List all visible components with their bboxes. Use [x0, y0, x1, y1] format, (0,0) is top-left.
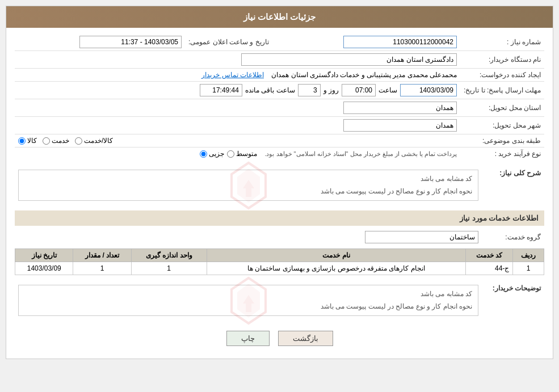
deadline-remaining-label: ساعت باقی مانده [245, 86, 295, 94]
row-province: استان محل تحویل: [15, 99, 544, 117]
col-unit: واحد اندازه گیری [131, 249, 207, 262]
row-city: شهر محل تحویل: [15, 117, 544, 134]
process-label: نوع فرآیند خرید : [460, 147, 544, 161]
services-section-header: اطلاعات خدمات مورد نیاز [15, 210, 544, 226]
service-group-label: گروه خدمت: [482, 229, 544, 246]
need-number-input[interactable] [343, 36, 457, 48]
cell-service-code: ج-44 [466, 262, 513, 275]
deadline-days-label: روز و [323, 86, 339, 94]
buyer-notes-label: توضیحات خریدار: [482, 280, 544, 321]
category-radio-khedmat[interactable] [43, 137, 50, 145]
announce-label: تاریخ و ساعت اعلان عمومی: [185, 33, 272, 51]
deadline-date-input[interactable] [400, 84, 457, 96]
description-table: شرح کلی نیاز: کد مشابه می باشد نحوه انجا… [15, 165, 544, 206]
description-title: شرح کلی نیاز: [499, 169, 541, 177]
page-header: جزئیات اطلاعات نیاز [6, 6, 553, 28]
cell-quantity: 1 [73, 262, 131, 275]
page-title: جزئیات اطلاعات نیاز [243, 12, 316, 22]
deadline-label: مهلت ارسال پاسخ: تا تاریخ: [460, 82, 544, 99]
category-option-khedmat[interactable]: خدمت [43, 137, 69, 145]
process-radio-jozii[interactable] [200, 150, 207, 158]
category-option-kala-khedmat[interactable]: کالا/خدمت [75, 137, 113, 145]
services-table-body: 1 ج-44 انجام کارهای متفرقه درخصوص بازساز… [15, 262, 544, 275]
description-label: شرح کلی نیاز: [482, 165, 544, 206]
org-name-label: نام دستگاه خریدار: [460, 51, 544, 69]
watermark-logo-2 [220, 272, 277, 329]
services-table-header: ردیف کد خدمت نام خدمت واحد اندازه گیری ت… [15, 249, 544, 262]
category-radio-group: کالا/خدمت خدمت کالا [18, 137, 457, 145]
deadline-row: ساعت روز و ساعت باقی مانده [18, 84, 457, 96]
cell-unit: 1 [131, 262, 207, 275]
col-service-name: نام خدمت [207, 249, 466, 262]
announce-input[interactable] [79, 36, 182, 48]
process-radio-motavaset[interactable] [227, 150, 234, 158]
org-name-input[interactable] [241, 53, 457, 66]
row-buyer-notes: توضیحات خریدار: کد مشابه می باشد نحوه ان… [15, 280, 544, 321]
row-category: طبقه بندی موضوعی: کالا/خدمت خدمت کالا [15, 134, 544, 147]
deadline-time-input[interactable] [342, 84, 376, 96]
row-deadline: مهلت ارسال پاسخ: تا تاریخ: ساعت روز و سا… [15, 82, 544, 99]
description-content: کد مشابه می باشد نحوه انجام کار و نوع مص… [18, 170, 478, 201]
back-button[interactable]: بازگشت [278, 331, 333, 346]
buyer-notes-table: توضیحات خریدار: کد مشابه می باشد نحوه ان… [15, 280, 544, 321]
page-wrapper: جزئیات اطلاعات نیاز شماره نیاز : تاریخ و… [6, 6, 553, 359]
info-table: شماره نیاز : تاریخ و ساعت اعلان عمومی: ن… [15, 33, 544, 160]
print-button[interactable]: چاپ [226, 331, 270, 346]
deadline-remaining-input[interactable] [200, 84, 242, 96]
service-group-input[interactable] [365, 231, 478, 243]
cell-row-num: 1 [513, 262, 544, 275]
city-input[interactable] [343, 119, 457, 132]
category-label: طبقه بندی موضوعی: [460, 134, 544, 147]
creator-label: ایجاد کننده درخواست: [460, 69, 544, 82]
province-label: استان محل تحویل: [460, 99, 544, 117]
province-input[interactable] [343, 102, 457, 114]
row-org-name: نام دستگاه خریدار: [15, 51, 544, 69]
services-header-row: ردیف کد خدمت نام خدمت واحد اندازه گیری ت… [15, 249, 544, 262]
col-quantity: تعداد / مقدار [73, 249, 131, 262]
creator-link[interactable]: اطلاعات تماس خریدار [201, 71, 264, 79]
table-row: 1 ج-44 انجام کارهای متفرقه درخصوص بازساز… [15, 262, 544, 275]
row-creator: ایجاد کننده درخواست: محمدعلی محمدی مدیر … [15, 69, 544, 82]
service-group-table: گروه خدمت: [15, 229, 544, 246]
services-table: ردیف کد خدمت نام خدمت واحد اندازه گیری ت… [15, 248, 544, 275]
deadline-days-input[interactable] [298, 84, 321, 96]
creator-value: محمدعلی محمدی مدیر پشتیبانی و خدمات دادگ… [271, 71, 457, 79]
deadline-time-label: ساعت [379, 86, 397, 94]
buyer-notes-title: توضیحات خریدار: [493, 284, 541, 292]
buyer-notes-content: کد مشابه می باشد نحوه انجام کار و نوع مص… [18, 285, 478, 316]
category-radio-kala[interactable] [18, 137, 26, 145]
col-service-code: کد خدمت [466, 249, 513, 262]
category-option-kala[interactable]: کالا [18, 137, 37, 145]
row-need-number: شماره نیاز : تاریخ و ساعت اعلان عمومی: [15, 33, 544, 51]
col-date: تاریخ نیاز [15, 249, 73, 262]
city-label: شهر محل تحویل: [460, 117, 544, 134]
row-description: شرح کلی نیاز: کد مشابه می باشد نحوه انجا… [15, 165, 544, 206]
watermark-logo [220, 157, 277, 214]
col-row-num: ردیف [513, 249, 544, 262]
content-area: شماره نیاز : تاریخ و ساعت اعلان عمومی: ن… [6, 28, 553, 359]
button-bar: بازگشت چاپ [15, 324, 544, 353]
row-process: نوع فرآیند خرید : پرداخت تمام یا بخشی از… [15, 147, 544, 161]
process-note: پرداخت تمام یا بخشی از مبلغ خریدار محل "… [264, 150, 457, 158]
cell-date: 1403/03/09 [15, 262, 73, 275]
row-service-group: گروه خدمت: [15, 229, 544, 246]
category-radio-kala-khedmat[interactable] [75, 137, 82, 145]
need-number-label: شماره نیاز : [460, 33, 544, 51]
